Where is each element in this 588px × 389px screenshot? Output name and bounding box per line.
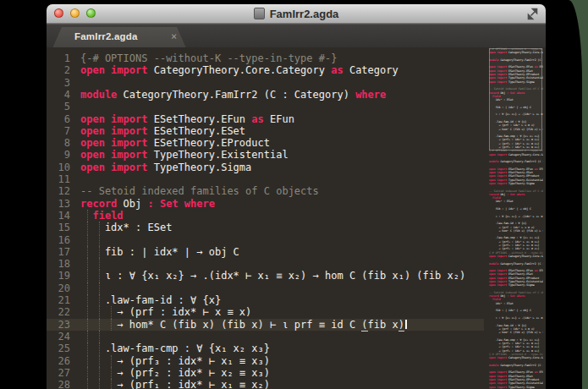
indent-guide bbox=[99, 331, 100, 342]
code-text: .law-fam-cmp : ∀ {x₁ x₂ x₃} bbox=[80, 342, 270, 354]
code-text: → (prf : idx* ⊢ x ≡ x) bbox=[80, 306, 251, 318]
code-line[interactable]: 15 idx* : ESet bbox=[47, 222, 484, 233]
indent-guide bbox=[99, 282, 100, 294]
code-line[interactable]: 11 bbox=[47, 173, 484, 185]
editor-window: FamIrr2.agda FamIrr2.agda × 1{-# OPTIONS… bbox=[47, 4, 546, 389]
code-line[interactable]: 18 bbox=[47, 258, 484, 270]
document-icon bbox=[254, 8, 265, 19]
code-text: → (prf₂ : idx* ⊢ x₂ ≡ x₃) bbox=[80, 367, 270, 379]
code-text: idx* : ESet bbox=[80, 222, 172, 233]
line-number: 23 bbox=[47, 319, 70, 331]
code-text: {-# OPTIONS --without-K --type-in-type #… bbox=[80, 52, 337, 64]
code-line[interactable]: 1{-# OPTIONS --without-K --type-in-type … bbox=[47, 52, 484, 64]
minimap[interactable]: {-# OPTIONS --without-K --type-in-type #… bbox=[489, 47, 543, 389]
code-line[interactable]: 13record Obj : Set where bbox=[47, 198, 484, 210]
line-number: 4 bbox=[47, 89, 70, 101]
code-text: → (prf₁ : idx* ⊢ x₁ ≡ x₂) bbox=[80, 379, 270, 389]
line-number: 20 bbox=[47, 282, 70, 294]
fullscreen-arrows-icon bbox=[526, 8, 539, 20]
minimap-line: ι : ∀ {x₁ x₂} → .(idx* ⊢ x₁ ≡ x₂) → hom … bbox=[489, 215, 543, 218]
code-line[interactable]: 19 ι : ∀ {x₁ x₂} → .(idx* ⊢ x₁ ≡ x₂) → h… bbox=[47, 270, 484, 282]
line-number: 14 bbox=[47, 210, 70, 222]
code-line[interactable]: 14 field bbox=[47, 210, 484, 222]
line-number: 9 bbox=[47, 149, 70, 161]
minimap-line: module CategoryTheory.FamIrr2 (C : Categ… bbox=[489, 364, 543, 367]
code-text: open import ESetTheory.ESet bbox=[80, 125, 245, 137]
tab-close-icon[interactable]: × bbox=[171, 30, 177, 42]
line-number: 13 bbox=[47, 198, 70, 210]
minimap-line: open import CategoryTheory.Core.Category… bbox=[489, 255, 543, 258]
code-line[interactable]: 21 .law-fam-id : ∀ {x} bbox=[47, 294, 484, 306]
code-line[interactable]: 8open import ESetTheory.EProduct bbox=[47, 137, 484, 149]
minimap-line: module CategoryTheory.FamIrr2 (C : Categ… bbox=[489, 262, 543, 266]
line-number: 25 bbox=[47, 342, 70, 354]
minimap-line: open import CategoryTheory.Core.Category… bbox=[489, 356, 543, 359]
code-line[interactable]: 9open import TypeTheory.Existential bbox=[47, 149, 484, 161]
line-number: 10 bbox=[47, 162, 70, 173]
line-number: 28 bbox=[47, 379, 70, 389]
code-line[interactable]: 25 .law-fam-cmp : ∀ {x₁ x₂ x₃} bbox=[47, 342, 484, 354]
tab-bar: FamIrr2.agda × bbox=[47, 24, 546, 48]
line-number: 6 bbox=[47, 113, 70, 125]
line-number: 19 bbox=[47, 270, 70, 282]
line-number: 27 bbox=[47, 367, 70, 379]
code-line[interactable]: 28 → (prf₁ : idx* ⊢ x₁ ≡ x₂) bbox=[47, 379, 484, 389]
text-cursor bbox=[405, 320, 407, 329]
code-line[interactable]: 27 → (prf₂ : idx* ⊢ x₂ ≡ x₃) bbox=[47, 367, 484, 379]
line-number: 21 bbox=[47, 294, 70, 306]
indent-guide bbox=[87, 282, 88, 294]
tab-label: FamIrr2.agda bbox=[74, 31, 138, 41]
indent-guide bbox=[99, 258, 100, 270]
code-line[interactable]: 4module CategoryTheory.FamIrr2 (C : Cate… bbox=[47, 89, 484, 101]
line-number: 11 bbox=[47, 173, 70, 185]
line-number: 15 bbox=[47, 222, 70, 233]
code-text: module CategoryTheory.FamIrr2 (C : Categ… bbox=[80, 89, 386, 101]
line-number: 7 bbox=[47, 125, 70, 137]
line-number: 8 bbox=[47, 137, 70, 149]
minimap-line: open import CategoryTheory.Core.Category… bbox=[489, 153, 543, 156]
line-number: 17 bbox=[47, 246, 70, 258]
code-text: open import TypeTheory.Sigma bbox=[80, 162, 251, 173]
line-number: 22 bbox=[47, 306, 70, 318]
indent-guide bbox=[87, 258, 88, 270]
editor-pane[interactable]: 1{-# OPTIONS --without-K --type-in-type … bbox=[47, 47, 546, 389]
code-line[interactable]: 20 bbox=[47, 282, 484, 294]
minimap-line: module CategoryTheory.FamIrr2 (C : Categ… bbox=[489, 160, 543, 163]
code-line[interactable]: 26 → (prf₃ : idx* ⊢ x₁ ≡ x₃) bbox=[47, 355, 484, 367]
line-number: 2 bbox=[47, 64, 70, 76]
code-text: open import ESetTheory.EProduct bbox=[80, 137, 270, 149]
code-line[interactable]: 22 → (prf : idx* ⊢ x ≡ x) bbox=[47, 306, 484, 318]
code-text: .law-fam-id : ∀ {x} bbox=[80, 294, 221, 306]
line-number: 1 bbox=[47, 52, 70, 64]
code-line[interactable]: 17 fib : ∣ idx* ∣ → obj C bbox=[47, 246, 484, 258]
indent-guide bbox=[87, 234, 88, 246]
line-number: 12 bbox=[47, 185, 70, 197]
code-line[interactable]: 5 bbox=[47, 101, 484, 112]
code-line[interactable]: 23 → hom* C (fib x) (fib x) ⊢ ι prf ≡ id… bbox=[47, 319, 484, 331]
fullscreen-button[interactable] bbox=[526, 8, 539, 20]
title-bar[interactable]: FamIrr2.agda bbox=[47, 4, 546, 24]
minimap-line: → hom* C (fib x) (fib x) ⊢ ι prf ≡ id C … bbox=[489, 331, 543, 334]
code-text: field bbox=[80, 210, 124, 222]
window-title: FamIrr2.agda bbox=[270, 8, 339, 20]
code-line[interactable]: 24 bbox=[47, 331, 484, 342]
code-text: record Obj : Set where bbox=[80, 198, 215, 210]
line-number: 26 bbox=[47, 355, 70, 367]
tab-famirr2[interactable]: FamIrr2.agda × bbox=[52, 27, 186, 48]
code-line[interactable]: 6open import ESetTheory.EFun as EFun bbox=[47, 113, 484, 125]
code-line[interactable]: 10open import TypeTheory.Sigma bbox=[47, 162, 484, 173]
code-line[interactable]: 2open import CategoryTheory.Core.Categor… bbox=[47, 64, 484, 76]
code-text: → hom* C (fib x) (fib x) ⊢ ι prf ≡ id C … bbox=[80, 319, 407, 331]
line-number: 3 bbox=[47, 77, 70, 89]
line-number: 18 bbox=[47, 258, 70, 270]
code-text: → (prf₃ : idx* ⊢ x₁ ≡ x₃) bbox=[80, 355, 270, 367]
code-line[interactable]: 3 bbox=[47, 77, 484, 89]
code-text: open import CategoryTheory.Core.Category… bbox=[80, 64, 398, 76]
code-line[interactable]: 16 bbox=[47, 234, 484, 246]
code-line[interactable]: 12-- Setoid indexed families of C object… bbox=[47, 185, 484, 197]
minimap-line: ι : ∀ {x₁ x₂} → .(idx* ⊢ x₁ ≡ x₂) → hom … bbox=[489, 316, 543, 320]
minimap-viewport[interactable] bbox=[489, 48, 542, 151]
code-line[interactable]: 7open import ESetTheory.ESet bbox=[47, 125, 484, 137]
code-text: open import TypeTheory.Existential bbox=[80, 149, 289, 161]
line-number: 24 bbox=[47, 331, 70, 342]
